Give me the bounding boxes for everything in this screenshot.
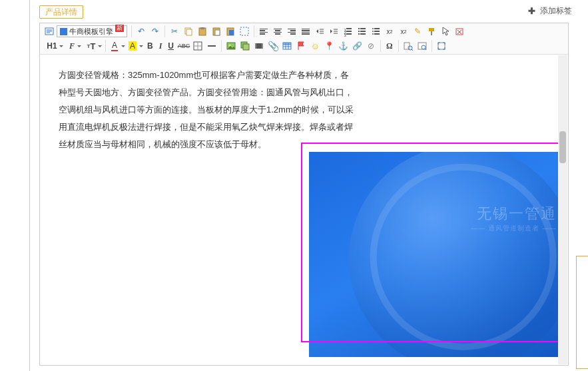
cut-icon[interactable]: ✂	[168, 25, 181, 38]
vertical-scrollbar[interactable]	[558, 55, 567, 364]
image-icon[interactable]	[224, 39, 238, 53]
font-family-select[interactable]: F	[65, 39, 82, 53]
paste-word-icon[interactable]	[224, 25, 237, 38]
content-line: 种型号天圆地方、方圆变径管产品。方圆变径管用途：圆通风管与风机出口，	[59, 84, 549, 101]
undo-icon[interactable]: ↶	[135, 25, 148, 38]
paste-text-icon[interactable]	[210, 25, 223, 38]
product-image: 无锡一管通 —— 通风管道制造者 ——	[309, 152, 562, 357]
custom-list-icon[interactable]	[369, 25, 382, 38]
content-line: 用直流电焊机反极法进行焊接，但是不能采用氧乙炔气焊来焊接。焊条或者焊	[59, 119, 549, 136]
source-icon[interactable]	[43, 25, 56, 38]
svg-rect-47	[438, 43, 445, 49]
unlink-icon[interactable]: ⊘	[364, 39, 378, 53]
strikethrough-button[interactable]: ABC	[177, 39, 190, 53]
svg-rect-33	[255, 43, 256, 49]
editor-toolbar: 牛商模板引擎 新 ↶ ↷ ✂	[40, 23, 568, 55]
font-size-select[interactable]: TTT	[83, 39, 103, 53]
anchor-icon[interactable]: ⚓	[336, 39, 350, 53]
align-right-icon[interactable]	[285, 25, 298, 38]
underline-button[interactable]: U	[165, 39, 176, 53]
add-tag-button[interactable]: ✚ 添加标签	[527, 5, 572, 17]
new-badge: 新	[115, 25, 124, 32]
template-logo-icon	[60, 28, 67, 35]
cursor-icon[interactable]	[439, 25, 452, 38]
multi-image-icon[interactable]	[238, 39, 252, 53]
tab-bar: 产品详情 ✚ 添加标签	[30, 4, 588, 20]
search-replace-icon[interactable]	[402, 39, 415, 53]
font-color-select[interactable]: A	[109, 39, 126, 53]
svg-rect-5	[186, 29, 192, 35]
content-line: 丝材质应当与母材相同，机械的强度不应该低于母材。	[59, 136, 549, 153]
subscript-icon[interactable]: x2	[397, 25, 410, 38]
align-justify-icon[interactable]	[299, 25, 312, 38]
watermark: 无锡一管通 —— 通风管道制造者 ——	[471, 204, 557, 233]
svg-rect-40	[283, 43, 291, 45]
redo-icon[interactable]: ↷	[148, 25, 162, 38]
ordered-list-icon[interactable]: 123	[341, 25, 354, 38]
svg-rect-31	[243, 44, 249, 50]
paste-icon[interactable]	[196, 25, 209, 38]
rich-text-editor: 牛商模板引擎 新 ↶ ↷ ✂	[39, 23, 569, 366]
italic-button[interactable]: I	[156, 39, 165, 53]
paragraph-format-select[interactable]: H1	[43, 39, 64, 53]
select-all-icon[interactable]	[238, 25, 251, 38]
hr-icon[interactable]	[205, 39, 218, 53]
svg-rect-20	[431, 31, 432, 35]
indent-icon[interactable]	[327, 25, 340, 38]
attachment-icon[interactable]: 📎	[266, 39, 280, 53]
table-icon[interactable]	[280, 39, 294, 53]
preview-icon[interactable]	[416, 39, 429, 53]
svg-rect-19	[429, 28, 434, 31]
video-icon[interactable]	[252, 39, 266, 53]
clear-format-icon[interactable]: ✎	[411, 25, 424, 38]
template-engine-label: 牛商模板引擎	[69, 27, 113, 37]
svg-rect-7	[200, 27, 204, 29]
unordered-list-icon[interactable]	[355, 25, 368, 38]
format-brush-icon[interactable]	[425, 25, 438, 38]
outdent-icon[interactable]	[313, 25, 326, 38]
align-center-icon[interactable]	[271, 25, 284, 38]
content-line: 方圆变径管规格：325mm-1020mm也可根据客户需要定做生产各种材质，各	[59, 67, 549, 84]
link-icon[interactable]: 🔗	[350, 39, 364, 53]
svg-rect-12	[240, 27, 248, 35]
plus-icon: ✚	[527, 7, 536, 16]
svg-rect-34	[262, 43, 263, 49]
copy-icon[interactable]	[182, 25, 195, 38]
fullscreen-icon[interactable]	[435, 39, 448, 53]
remove-icon[interactable]	[453, 25, 466, 38]
template-engine-button[interactable]: 牛商模板引擎 新	[57, 25, 127, 37]
side-panel-sliver[interactable]	[576, 256, 588, 369]
svg-rect-11	[229, 30, 234, 35]
border-icon[interactable]	[191, 39, 204, 53]
svg-line-43	[412, 49, 413, 51]
emoji-icon[interactable]: ☺	[308, 39, 322, 53]
tab-product-detail[interactable]: 产品详情	[39, 5, 83, 19]
bold-button[interactable]: B	[145, 39, 156, 53]
svg-rect-41	[404, 43, 410, 49]
scrollbar-thumb[interactable]	[559, 131, 566, 163]
content-line: 空调机组与风机进口等方面的连接。当板材的厚度大于1.2mm的时候，可以采	[59, 101, 549, 119]
align-left-icon[interactable]	[257, 25, 270, 38]
symbol-icon[interactable]: Ω	[384, 39, 396, 53]
flag-icon[interactable]	[294, 39, 308, 53]
highlight-color-select[interactable]: A	[127, 39, 144, 53]
superscript-icon[interactable]: x2	[383, 25, 396, 38]
svg-rect-9	[215, 30, 220, 35]
add-tag-label: 添加标签	[540, 5, 572, 17]
pin-icon[interactable]: 📍	[322, 39, 336, 53]
